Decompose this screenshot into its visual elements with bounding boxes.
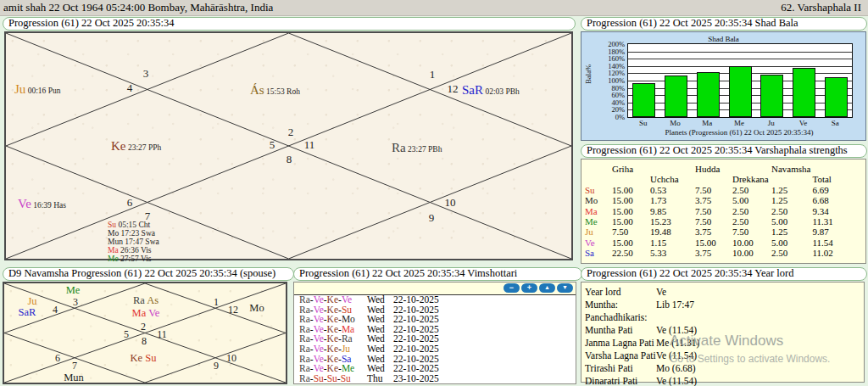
yearlord-header: Progression (61) 22 Oct 2025 20:35:34 Ye… bbox=[581, 267, 867, 281]
strength-value: 2.50 bbox=[770, 249, 810, 259]
yearlord-row: Year lordVe bbox=[581, 286, 864, 299]
d9-chart-header: D9 Navamsha Progression (61) 22 Oct 2025… bbox=[3, 267, 294, 281]
vimshottari-panel: −+▲▼ Ra-Ve-Ke-VeWed22-10-2025Ra-Ve-Ke-Su… bbox=[293, 282, 576, 384]
strength-value: 7.50 bbox=[610, 227, 648, 238]
bar-Ve bbox=[793, 68, 815, 117]
house-number: 1 bbox=[430, 68, 436, 81]
strengths-row: Sa22.505.333.7510.002.5011.02 bbox=[583, 249, 853, 259]
shadbala-y-axis-label: Bala% bbox=[584, 64, 593, 84]
y-tick-label: 140% bbox=[593, 62, 625, 70]
house-number: 5 bbox=[124, 328, 129, 341]
planet-label: Ra 23:27 PBh bbox=[392, 140, 442, 155]
yearlord-panel: Year lordVeMuntha:Lib 17:47Panchadhikari… bbox=[581, 282, 865, 383]
planet-code: Sa bbox=[583, 249, 610, 259]
y-tick-label: 0% bbox=[593, 113, 625, 121]
strength-value: 3.75 bbox=[693, 227, 731, 238]
up-button[interactable]: ▲ bbox=[539, 283, 555, 293]
house-number: 6 bbox=[55, 352, 60, 365]
strength-value: 9.87 bbox=[810, 227, 853, 238]
shadbala-chart: Shad Bala Bala% 0%20%40%60%80%100%120%14… bbox=[581, 31, 866, 141]
y-tick-label: 60% bbox=[593, 91, 625, 99]
strength-value: 19.48 bbox=[648, 227, 693, 238]
strengths-col-header: Griha bbox=[610, 165, 648, 175]
yearlord-row: Muntha PatiVe (11.54) bbox=[581, 324, 864, 337]
vimshottari-header: Progression (61) 22 Oct 2025 20:35:34 Vi… bbox=[293, 267, 582, 281]
planet-label: Ju 00:16 Pun bbox=[14, 81, 61, 97]
house-number: 9 bbox=[214, 360, 219, 372]
bar-Su bbox=[632, 83, 655, 117]
planet-label: SaR bbox=[19, 306, 36, 319]
bar-Sa bbox=[825, 77, 848, 117]
x-tick-label: Mo bbox=[670, 119, 681, 127]
planet-label: Mo bbox=[249, 302, 264, 315]
strengths-header: Progression (61) 22 Oct 2025 20:35:34 Va… bbox=[581, 144, 867, 158]
strengths-table: GrihaHuddaNavamshaUchchaDrekkanaTotalSu1… bbox=[583, 165, 853, 260]
strengths-col-header: Navamsha bbox=[770, 165, 810, 175]
strengths-row: Mo15.001.733.755.001.256.68 bbox=[583, 196, 853, 206]
house-number: 8 bbox=[287, 153, 292, 166]
x-tick-label: Me bbox=[734, 119, 744, 127]
yearlord-row: Varsha Lagna PatiVe (11.54) bbox=[581, 350, 864, 362]
shadbala-header: Progression (61) 22 Oct 2025 20:35:34 Sh… bbox=[581, 17, 867, 31]
house-number: 10 bbox=[226, 352, 236, 365]
bar-Me bbox=[729, 66, 752, 117]
y-tick-label: 80% bbox=[593, 84, 625, 92]
bar-Mo bbox=[665, 76, 687, 117]
house-number: 9 bbox=[429, 211, 435, 225]
rasi-chart-header: Progression (61) 22 Oct 2025 20:35:34 bbox=[3, 17, 576, 31]
x-tick-label: Sa bbox=[832, 119, 839, 127]
x-tick-label: Su bbox=[639, 119, 648, 127]
house-number: 11 bbox=[304, 138, 315, 152]
house-number: 12 bbox=[228, 304, 238, 316]
y-tick-label: 40% bbox=[593, 98, 625, 107]
shadbala-plot-area bbox=[627, 43, 853, 118]
house-number: 2 bbox=[141, 321, 146, 333]
vimshottari-toolbar: −+▲▼ bbox=[294, 283, 576, 295]
house-number: 6 bbox=[127, 196, 133, 210]
plus-button[interactable]: + bbox=[521, 283, 537, 293]
strength-value: 3.75 bbox=[693, 196, 731, 206]
house-number: 10 bbox=[445, 196, 456, 210]
y-tick-label: 120% bbox=[593, 69, 625, 77]
strengths-col-header: Hudda bbox=[693, 165, 731, 175]
x-tick-label: Ma bbox=[702, 119, 712, 127]
strength-value: 1.25 bbox=[770, 196, 810, 206]
house-number: 2 bbox=[288, 126, 294, 139]
strength-value: 5.33 bbox=[648, 249, 693, 259]
x-tick-label: Ju bbox=[768, 119, 775, 127]
strength-value: 11.02 bbox=[810, 249, 853, 259]
planet-label: Ke 23:27 PPh bbox=[111, 138, 161, 154]
planet-label: SaR 02:03 PBh bbox=[462, 82, 520, 98]
down-button[interactable]: ▼ bbox=[557, 283, 573, 293]
x-tick-label: Ve bbox=[799, 119, 808, 127]
d9-chart[interactable]: 341122511867910 MeJuSaRRa AsMa VeMoKe Su… bbox=[3, 282, 287, 384]
strengths-col-header bbox=[693, 175, 731, 185]
strength-value: 3.75 bbox=[693, 249, 731, 259]
rasi-chart[interactable]: 341122511867109 Ju 00:16 PunÁs 15:53 Roh… bbox=[4, 31, 573, 260]
yearlord-row: Muntha:Lib 17:47 bbox=[581, 299, 864, 311]
strengths-col-header bbox=[770, 175, 810, 185]
planet-cluster: Su 05:15 ChtMo 17:23 SwaMun 17:47 SwaMa … bbox=[108, 221, 159, 263]
planet-label: Ve 16:39 Has bbox=[18, 196, 66, 211]
strength-value: 22.50 bbox=[610, 249, 648, 259]
y-tick-label: 160% bbox=[593, 54, 625, 63]
planet-label: Ke Su bbox=[131, 352, 157, 365]
house-number: 7 bbox=[72, 360, 77, 372]
view-title: 62. Varshaphala II bbox=[781, 0, 861, 14]
strength-value: 1.73 bbox=[648, 196, 693, 206]
strength-value: 5.00 bbox=[731, 196, 770, 206]
house-number: 12 bbox=[448, 82, 459, 96]
strengths-col-header: Total bbox=[810, 175, 853, 185]
strengths-col-header bbox=[583, 165, 610, 175]
strength-value: 15.00 bbox=[610, 196, 648, 206]
planet-code: Mo bbox=[583, 196, 610, 206]
dasha-row[interactable]: Ra-Su-Su-SuThu23-10-2025 bbox=[294, 374, 576, 384]
strengths-col-header bbox=[610, 175, 648, 185]
minus-button[interactable]: − bbox=[504, 283, 520, 293]
house-number: 1 bbox=[214, 296, 219, 309]
planet-code: Ju bbox=[583, 227, 610, 238]
house-number: 11 bbox=[157, 328, 167, 341]
strengths-panel: GrihaHuddaNavamshaUchchaDrekkanaTotalSu1… bbox=[581, 159, 866, 264]
title-bar: amit shah 22 Oct 1964 05:24:00 Bombay, M… bbox=[0, 0, 868, 16]
rasi-chart-grid bbox=[6, 33, 571, 259]
